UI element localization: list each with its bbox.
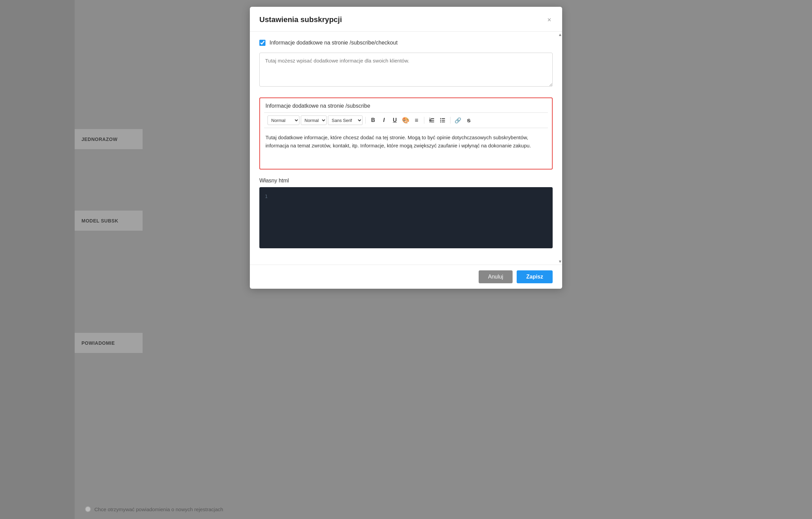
svg-point-10 bbox=[440, 118, 441, 119]
scrollbar-up-icon[interactable]: ▲ bbox=[558, 32, 562, 38]
notification-toggle[interactable] bbox=[85, 506, 91, 512]
scrollbar-down-icon[interactable]: ▼ bbox=[558, 258, 562, 265]
modal-dialog: Ustawienia subskrypcji × ▲ Informacje do… bbox=[250, 7, 562, 289]
save-button[interactable]: Zapisz bbox=[517, 270, 553, 283]
code-editor[interactable]: 1 bbox=[259, 187, 553, 248]
richtext-section-label: Informacje dodatkowe na stronie /subscri… bbox=[260, 98, 552, 112]
richtext-content[interactable]: Tutaj dodatkowe informacje, które chcesz… bbox=[260, 128, 552, 169]
underline-button[interactable]: U bbox=[390, 115, 400, 125]
svg-text:3: 3 bbox=[429, 120, 431, 123]
bottom-notification-row: Chce otrzymywać powiadomienia o nowych r… bbox=[85, 506, 223, 512]
textarea-section bbox=[259, 53, 553, 88]
cancel-button[interactable]: Anuluj bbox=[479, 270, 513, 283]
additional-info-checkout-checkbox[interactable] bbox=[259, 40, 265, 46]
svg-rect-1 bbox=[431, 118, 434, 119]
modal-close-button[interactable]: × bbox=[546, 15, 553, 24]
ordered-list-button[interactable]: ≡ 1 2 3 bbox=[427, 115, 437, 125]
modal-footer: Anuluj Zapisz bbox=[250, 265, 562, 289]
italic-button[interactable]: I bbox=[379, 115, 389, 125]
html-section: Własny html 1 bbox=[259, 178, 553, 248]
format-select-2[interactable]: Normal Small Large bbox=[301, 115, 327, 125]
modal-title: Ustawienia subskrypcji bbox=[259, 15, 342, 24]
toolbar-separator-2 bbox=[424, 117, 424, 124]
checkbox-label: Informacje dodatkowe na stronie /subscri… bbox=[270, 40, 398, 46]
notification-text: Chce otrzymywać powiadomienia o nowych r… bbox=[94, 506, 223, 512]
additional-info-textarea[interactable] bbox=[259, 53, 553, 87]
svg-point-11 bbox=[440, 120, 441, 121]
code-line-numbers: 1 bbox=[265, 193, 272, 243]
toolbar-separator-1 bbox=[365, 117, 366, 124]
richtext-toolbar: Normal Heading 1 Heading 2 Heading 3 Nor… bbox=[264, 112, 548, 128]
font-select[interactable]: Sans Serif Serif Monospace bbox=[328, 115, 363, 125]
toolbar-separator-3 bbox=[450, 117, 450, 124]
modal-body: ▲ Informacje dodatkowe na stronie /subsc… bbox=[250, 32, 562, 265]
modal-overlay: Ustawienia subskrypcji × ▲ Informacje do… bbox=[0, 0, 812, 519]
bold-button[interactable]: B bbox=[368, 115, 378, 125]
align-button[interactable]: ≡ bbox=[412, 115, 421, 125]
svg-point-12 bbox=[440, 122, 441, 123]
svg-rect-2 bbox=[431, 120, 434, 121]
svg-rect-7 bbox=[442, 118, 445, 119]
unordered-list-button[interactable] bbox=[438, 115, 447, 125]
html-section-label: Własny html bbox=[259, 178, 553, 184]
strikethrough-button[interactable]: S bbox=[464, 115, 474, 125]
svg-rect-8 bbox=[442, 120, 445, 121]
svg-rect-9 bbox=[442, 122, 445, 122]
modal-header: Ustawienia subskrypcji × bbox=[250, 7, 562, 32]
color-button[interactable]: 🎨 bbox=[401, 115, 410, 125]
link-button[interactable]: 🔗 bbox=[453, 115, 463, 125]
richtext-editor-section: Informacje dodatkowe na stronie /subscri… bbox=[259, 97, 553, 169]
svg-rect-3 bbox=[431, 122, 434, 122]
format-select-1[interactable]: Normal Heading 1 Heading 2 Heading 3 bbox=[267, 115, 299, 125]
checkbox-row: Informacje dodatkowe na stronie /subscri… bbox=[259, 40, 553, 46]
